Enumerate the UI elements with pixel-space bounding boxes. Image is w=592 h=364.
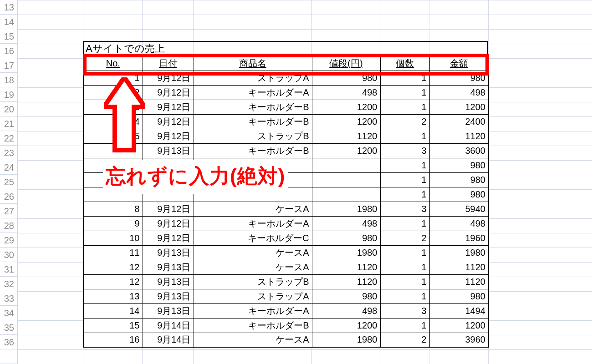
table-row[interactable]: 9月13日キーホルダーB120033600 bbox=[83, 143, 489, 158]
cell-amount[interactable]: 498 bbox=[429, 85, 489, 100]
cell-date[interactable]: 9月12日 bbox=[143, 231, 194, 245]
cell-date[interactable] bbox=[143, 172, 194, 187]
cell-price[interactable]: 1120 bbox=[312, 260, 380, 274]
cell-price[interactable] bbox=[312, 158, 380, 172]
cell-date[interactable]: 9月12日 bbox=[143, 202, 194, 216]
table-row[interactable]: 169月14日ケースA198023960 bbox=[83, 333, 489, 347]
row-number[interactable]: 16 bbox=[0, 44, 17, 58]
table-row[interactable]: 49月12日キーホルダーB120022400 bbox=[83, 114, 489, 129]
cell-amount[interactable]: 980 bbox=[429, 187, 489, 202]
cell-price[interactable]: 498 bbox=[312, 85, 380, 100]
row-number[interactable]: 18 bbox=[0, 73, 17, 87]
table-row[interactable]: 129月13日ストラップB112011120 bbox=[83, 274, 489, 289]
table-row[interactable]: 1980 bbox=[83, 187, 489, 202]
cell-amount[interactable]: 1960 bbox=[429, 231, 489, 245]
cell-amount[interactable]: 5940 bbox=[429, 202, 489, 216]
cell-name[interactable]: ストラップA bbox=[194, 71, 312, 85]
cell-date[interactable] bbox=[143, 187, 194, 202]
cell-price[interactable]: 980 bbox=[312, 231, 380, 245]
cell-no[interactable]: 4 bbox=[83, 114, 143, 129]
cell-no[interactable]: 10 bbox=[83, 231, 143, 245]
cell-amount[interactable]: 3600 bbox=[429, 143, 489, 158]
cell-price[interactable]: 498 bbox=[312, 303, 380, 318]
cell-price[interactable]: 1200 bbox=[312, 114, 380, 129]
row-number[interactable]: 15 bbox=[0, 29, 17, 44]
cell-qty[interactable]: 1 bbox=[380, 187, 429, 202]
row-number[interactable]: 36 bbox=[0, 335, 17, 349]
row-number[interactable]: 31 bbox=[0, 262, 17, 277]
row-number[interactable]: 13 bbox=[0, 0, 17, 15]
table-row[interactable]: 109月12日キーホルダーC98021960 bbox=[83, 231, 489, 245]
table-row[interactable]: 139月13日ストラップA9801980 bbox=[83, 289, 489, 303]
cell-name[interactable]: キーホルダーC bbox=[194, 231, 312, 245]
cell-no[interactable]: 5 bbox=[83, 129, 143, 143]
cell-qty[interactable]: 1 bbox=[380, 318, 429, 333]
cell-no[interactable]: 2 bbox=[83, 85, 143, 100]
cell-name[interactable]: ケースA bbox=[194, 202, 312, 216]
cell-name[interactable]: ストラップA bbox=[194, 289, 312, 303]
cell-qty[interactable]: 1 bbox=[380, 158, 429, 172]
cell-price[interactable]: 498 bbox=[312, 216, 380, 231]
cell-price[interactable]: 980 bbox=[312, 71, 380, 85]
cell-no[interactable]: 1 bbox=[83, 71, 143, 85]
cell-amount[interactable]: 1120 bbox=[429, 129, 489, 143]
col-amount[interactable]: 金額 bbox=[429, 56, 489, 71]
row-number[interactable]: 19 bbox=[0, 87, 17, 102]
cell-price[interactable]: 1120 bbox=[312, 274, 380, 289]
cell-price[interactable] bbox=[312, 187, 380, 202]
cell-amount[interactable]: 980 bbox=[429, 289, 489, 303]
cell-date[interactable]: 9月14日 bbox=[143, 318, 194, 333]
cell-price[interactable]: 1200 bbox=[312, 143, 380, 158]
table-row[interactable]: 1980 bbox=[83, 172, 489, 187]
cell-qty[interactable]: 1 bbox=[380, 129, 429, 143]
cell-no[interactable]: 12 bbox=[83, 274, 143, 289]
row-number[interactable]: 32 bbox=[0, 277, 17, 291]
cell-qty[interactable]: 1 bbox=[380, 172, 429, 187]
cell-amount[interactable]: 3960 bbox=[429, 333, 489, 347]
cell-no[interactable] bbox=[83, 172, 143, 187]
cell-price[interactable]: 980 bbox=[312, 289, 380, 303]
cell-price[interactable] bbox=[312, 172, 380, 187]
cell-name[interactable]: ケースA bbox=[194, 245, 312, 260]
cell-no[interactable]: 16 bbox=[83, 333, 143, 347]
cell-qty[interactable]: 1 bbox=[380, 216, 429, 231]
row-number[interactable]: 22 bbox=[0, 131, 17, 146]
cell-qty[interactable]: 3 bbox=[380, 202, 429, 216]
cell-amount[interactable]: 1980 bbox=[429, 245, 489, 260]
cell-price[interactable]: 1200 bbox=[312, 318, 380, 333]
cell-date[interactable]: 9月13日 bbox=[143, 260, 194, 274]
cell-qty[interactable]: 2 bbox=[380, 231, 429, 245]
row-number[interactable]: 24 bbox=[0, 160, 17, 175]
cell-amount[interactable]: 1200 bbox=[429, 318, 489, 333]
table-row[interactable]: 59月12日ストラップB112011120 bbox=[83, 129, 489, 143]
cell-amount[interactable]: 1120 bbox=[429, 274, 489, 289]
cell-name[interactable]: キーホルダーB bbox=[194, 318, 312, 333]
cell-date[interactable]: 9月12日 bbox=[143, 129, 194, 143]
cell-price[interactable]: 1980 bbox=[312, 245, 380, 260]
cell-name[interactable]: キーホルダーA bbox=[194, 216, 312, 231]
table-row[interactable]: 99月12日キーホルダーA4981498 bbox=[83, 216, 489, 231]
row-number[interactable]: 25 bbox=[0, 175, 17, 189]
col-price[interactable]: 値段(円) bbox=[312, 56, 380, 71]
table-row[interactable]: 149月13日キーホルダーA49831494 bbox=[83, 303, 489, 318]
cell-amount[interactable]: 980 bbox=[429, 172, 489, 187]
table-title[interactable]: Aサイトでの売上 bbox=[83, 41, 488, 56]
cell-qty[interactable]: 1 bbox=[380, 100, 429, 114]
col-date[interactable]: 日付 bbox=[143, 56, 194, 71]
cell-date[interactable]: 9月12日 bbox=[143, 216, 194, 231]
cell-no[interactable] bbox=[83, 187, 143, 202]
cell-price[interactable]: 1120 bbox=[312, 129, 380, 143]
row-number[interactable]: 26 bbox=[0, 189, 17, 204]
row-number[interactable]: 23 bbox=[0, 146, 17, 160]
cell-name[interactable]: キーホルダーB bbox=[194, 143, 312, 158]
cell-qty[interactable]: 1 bbox=[380, 71, 429, 85]
cell-amount[interactable]: 498 bbox=[429, 216, 489, 231]
cell-date[interactable]: 9月12日 bbox=[143, 114, 194, 129]
cell-name[interactable] bbox=[194, 172, 312, 187]
cell-qty[interactable]: 1 bbox=[380, 260, 429, 274]
cell-date[interactable]: 9月12日 bbox=[143, 85, 194, 100]
table-row[interactable]: 89月12日ケースA198035940 bbox=[83, 202, 489, 216]
cell-date[interactable] bbox=[143, 158, 194, 172]
header-row[interactable]: No. 日付 商品名 値段(円) 個数 金額 bbox=[83, 56, 489, 71]
cell-no[interactable]: 3 bbox=[83, 100, 143, 114]
